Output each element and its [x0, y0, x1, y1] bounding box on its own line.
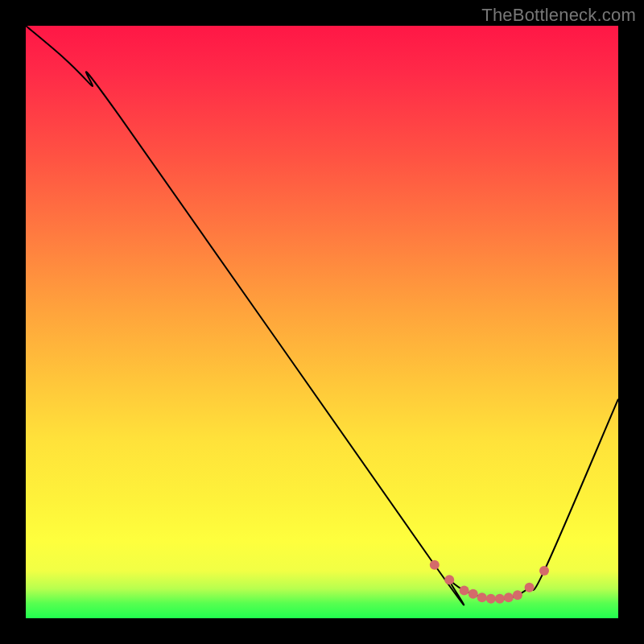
dot-marker [430, 560, 440, 570]
dots-group [430, 560, 549, 604]
curve-group [26, 26, 618, 605]
curve-line [26, 26, 618, 605]
chart-frame: TheBottleneck.com [0, 0, 644, 644]
dot-marker [525, 583, 535, 592]
dot-marker [444, 575, 454, 584]
watermark-text: TheBottleneck.com [481, 5, 636, 26]
dot-marker [460, 585, 469, 595]
dot-marker [495, 594, 505, 604]
dot-marker [539, 566, 549, 576]
dot-marker [486, 594, 496, 604]
dot-marker [477, 592, 487, 602]
dot-marker [469, 589, 478, 599]
dot-marker [513, 590, 522, 600]
dot-marker [504, 592, 514, 602]
chart-svg [26, 26, 618, 618]
plot-area [26, 26, 618, 618]
